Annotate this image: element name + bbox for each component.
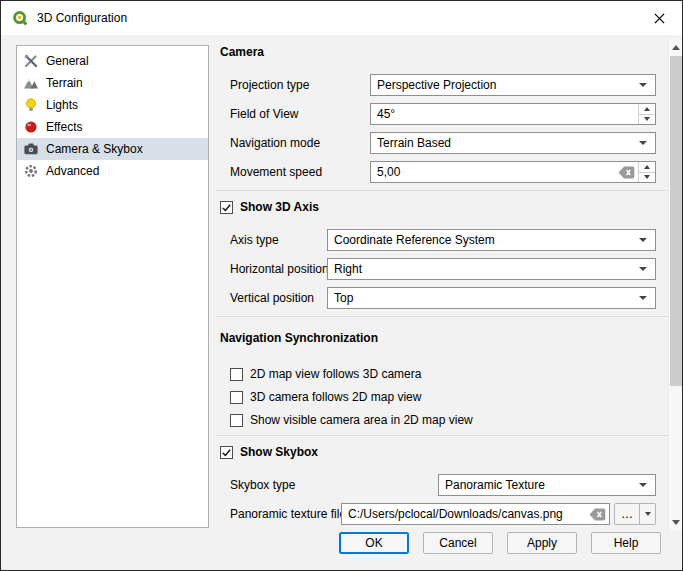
chevron-down-icon bbox=[639, 296, 647, 300]
dialog-3d-configuration: 3D Configuration General Terrain bbox=[0, 0, 683, 571]
settings-category-list: General Terrain Lights Effects bbox=[16, 45, 209, 528]
field-of-view-spinner[interactable]: 45° bbox=[370, 103, 656, 125]
projection-type-value: Perspective Projection bbox=[371, 78, 639, 92]
effects-icon bbox=[23, 119, 39, 135]
sync-3d-follows-2d-label[interactable]: 3D camera follows 2D map view bbox=[250, 390, 421, 404]
sidebar-item-terrain[interactable]: Terrain bbox=[17, 72, 208, 94]
skybox-type-select[interactable]: Panoramic Texture bbox=[438, 474, 656, 496]
sync-3d-follows-2d-checkbox[interactable] bbox=[230, 391, 243, 404]
sidebar-item-effects[interactable]: Effects bbox=[17, 116, 208, 138]
navigation-sync-section: Navigation Synchronization 2D map view f… bbox=[216, 316, 668, 428]
navigation-mode-select[interactable]: Terrain Based bbox=[370, 132, 656, 154]
axis-type-label: Axis type bbox=[230, 233, 327, 247]
show-camera-area-label[interactable]: Show visible camera area in 2D map view bbox=[250, 413, 473, 427]
skybox-type-row: Skybox type Panoramic Texture bbox=[230, 474, 656, 496]
show-3d-axis-title[interactable]: Show 3D Axis bbox=[240, 200, 319, 214]
projection-type-row: Projection type Perspective Projection bbox=[230, 74, 656, 96]
show-skybox-section: Show Skybox Skybox type Panoramic Textur… bbox=[216, 435, 668, 525]
apply-button[interactable]: Apply bbox=[507, 532, 577, 554]
panoramic-texture-label: Panoramic texture file bbox=[230, 507, 341, 521]
sidebar-item-advanced[interactable]: Advanced bbox=[17, 160, 208, 182]
sync-3d-follows-2d-row: 3D camera follows 2D map view bbox=[230, 389, 656, 405]
panoramic-texture-input[interactable]: C:/Users/pclocal/Downloads/canvas.png bbox=[341, 503, 610, 525]
chevron-down-icon bbox=[639, 267, 647, 271]
field-of-view-row: Field of View 45° bbox=[230, 103, 656, 125]
chevron-down-icon bbox=[639, 238, 647, 242]
skybox-type-label: Skybox type bbox=[230, 478, 438, 492]
scrollbar-down-button[interactable] bbox=[669, 514, 683, 531]
spin-up-button[interactable] bbox=[639, 104, 655, 115]
panoramic-texture-row: Panoramic texture file C:/Users/pclocal/… bbox=[230, 503, 656, 525]
close-icon bbox=[654, 13, 665, 24]
spinner-buttons bbox=[638, 104, 655, 124]
horizontal-position-select[interactable]: Right bbox=[327, 258, 656, 280]
sidebar-item-label: General bbox=[46, 54, 89, 68]
vertical-position-row: Vertical position Top bbox=[230, 287, 656, 309]
spinner-buttons bbox=[638, 162, 655, 182]
window-title: 3D Configuration bbox=[37, 11, 127, 25]
sync-2d-follows-3d-label[interactable]: 2D map view follows 3D camera bbox=[250, 367, 421, 381]
sidebar-item-lights[interactable]: Lights bbox=[17, 94, 208, 116]
axis-type-select[interactable]: Coordinate Reference System bbox=[327, 229, 656, 251]
arrow-down-icon bbox=[672, 520, 680, 525]
chevron-down-icon bbox=[645, 512, 651, 516]
sync-2d-follows-3d-row: 2D map view follows 3D camera bbox=[230, 366, 656, 382]
panoramic-texture-value: C:/Users/pclocal/Downloads/canvas.png bbox=[342, 507, 589, 521]
scrollbar-up-button[interactable] bbox=[669, 39, 683, 56]
spin-up-button[interactable] bbox=[639, 162, 655, 173]
horizontal-position-label: Horizontal position bbox=[230, 262, 327, 276]
axis-type-row: Axis type Coordinate Reference System bbox=[230, 229, 656, 251]
sidebar-item-camera-skybox[interactable]: Camera & Skybox bbox=[17, 138, 208, 160]
movement-speed-value: 5,00 bbox=[371, 165, 618, 179]
movement-speed-spinner[interactable]: 5,00 bbox=[370, 161, 656, 183]
scrollbar-thumb[interactable] bbox=[670, 56, 682, 386]
horizontal-position-row: Horizontal position Right bbox=[230, 258, 656, 280]
dialog-button-box: OK Cancel Apply Help bbox=[1, 531, 682, 565]
vertical-position-label: Vertical position bbox=[230, 291, 327, 305]
navigation-mode-value: Terrain Based bbox=[371, 136, 639, 150]
spin-down-button[interactable] bbox=[639, 173, 655, 183]
clear-icon[interactable] bbox=[589, 508, 606, 521]
terrain-icon bbox=[23, 75, 39, 91]
projection-type-select[interactable]: Perspective Projection bbox=[370, 74, 656, 96]
wrench-icon bbox=[23, 53, 39, 69]
chevron-down-icon bbox=[639, 83, 647, 87]
show-skybox-title[interactable]: Show Skybox bbox=[240, 445, 318, 459]
show-skybox-header: Show Skybox bbox=[220, 444, 668, 460]
sidebar-item-label: Terrain bbox=[46, 76, 83, 90]
navigation-mode-row: Navigation mode Terrain Based bbox=[230, 132, 656, 154]
file-browse-split-button: … bbox=[614, 503, 656, 525]
chevron-down-icon bbox=[639, 141, 647, 145]
sync-2d-follows-3d-checkbox[interactable] bbox=[230, 368, 243, 381]
browse-button[interactable]: … bbox=[614, 503, 640, 525]
sidebar-item-label: Effects bbox=[46, 120, 82, 134]
skybox-type-value: Panoramic Texture bbox=[439, 478, 639, 492]
ok-button[interactable]: OK bbox=[339, 532, 409, 554]
sidebar-item-general[interactable]: General bbox=[17, 50, 208, 72]
close-button[interactable] bbox=[637, 1, 682, 35]
arrow-up-icon bbox=[644, 107, 650, 111]
gear-icon bbox=[23, 163, 39, 179]
vertical-position-value: Top bbox=[328, 291, 639, 305]
qgis-logo-icon bbox=[12, 10, 28, 26]
clear-icon[interactable] bbox=[618, 166, 635, 179]
titlebar: 3D Configuration bbox=[1, 1, 682, 35]
help-button[interactable]: Help bbox=[591, 532, 661, 554]
vertical-position-select[interactable]: Top bbox=[327, 287, 656, 309]
show-skybox-checkbox[interactable] bbox=[220, 446, 233, 459]
sidebar-item-label: Advanced bbox=[46, 164, 99, 178]
show-camera-area-checkbox[interactable] bbox=[230, 414, 243, 427]
show-3d-axis-header: Show 3D Axis bbox=[220, 199, 668, 215]
camera-icon bbox=[23, 141, 39, 157]
panel-scrollbar[interactable] bbox=[668, 39, 682, 531]
projection-type-label: Projection type bbox=[230, 78, 370, 92]
camera-section: Camera Projection type Perspective Proje… bbox=[216, 45, 668, 183]
browse-dropdown-button[interactable] bbox=[640, 503, 656, 525]
field-of-view-value: 45° bbox=[371, 107, 638, 121]
spin-down-button[interactable] bbox=[639, 115, 655, 125]
show-3d-axis-checkbox[interactable] bbox=[220, 201, 233, 214]
axis-type-value: Coordinate Reference System bbox=[328, 233, 639, 247]
cancel-button[interactable]: Cancel bbox=[423, 532, 493, 554]
navigation-mode-label: Navigation mode bbox=[230, 136, 370, 150]
chevron-down-icon bbox=[639, 483, 647, 487]
